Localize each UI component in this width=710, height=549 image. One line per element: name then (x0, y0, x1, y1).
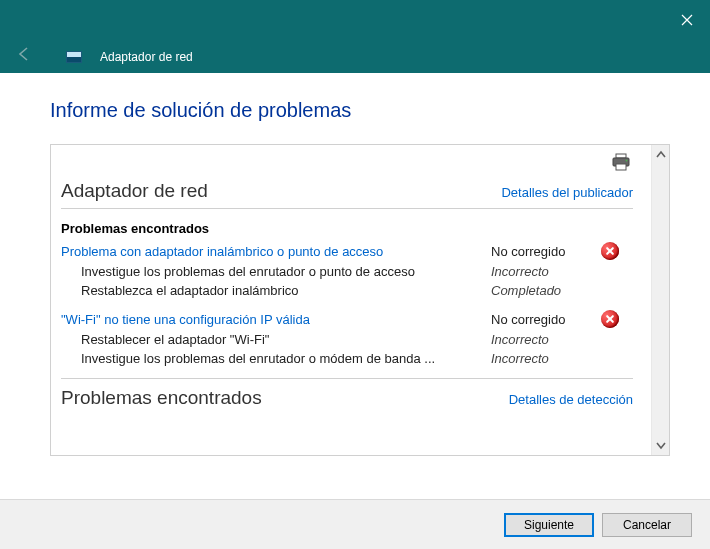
scroll-down-icon[interactable] (652, 435, 669, 455)
issue: Problema con adaptador inalámbrico o pun… (61, 242, 633, 298)
close-icon[interactable] (664, 0, 710, 40)
cancel-button[interactable]: Cancelar (602, 513, 692, 537)
problems-found-heading: Problemas encontrados (61, 221, 633, 236)
svg-rect-0 (616, 154, 626, 158)
svg-point-3 (626, 160, 628, 162)
step-status: Completado (491, 283, 601, 298)
svg-rect-2 (616, 164, 626, 170)
detection-details-link[interactable]: Detalles de detección (509, 392, 633, 407)
back-arrow-icon (12, 45, 36, 68)
scrollbar[interactable] (651, 145, 669, 455)
issue-title-link[interactable]: "Wi-Fi" no tiene una configuración IP vá… (61, 312, 491, 327)
step-status: Incorrecto (491, 351, 601, 366)
footer: Siguiente Cancelar (0, 499, 710, 549)
step-status: Incorrecto (491, 332, 601, 347)
step-text: Investigue los problemas del enrutador o… (81, 351, 491, 366)
step-text: Restablecer el adaptador "Wi-Fi" (81, 332, 491, 347)
page-headline: Informe de solución de problemas (50, 99, 670, 122)
window-title: Adaptador de red (100, 50, 193, 64)
step-text: Restablezca el adaptador inalámbrico (81, 283, 491, 298)
issue-step: Investigue los problemas del enrutador o… (61, 351, 633, 366)
issue: "Wi-Fi" no tiene una configuración IP vá… (61, 310, 633, 366)
publisher-details-link[interactable]: Detalles del publicador (501, 185, 633, 200)
scroll-up-icon[interactable] (652, 145, 669, 165)
report-box: Adaptador de red Detalles del publicador… (50, 144, 670, 456)
issue-step: Investigue los problemas del enrutador o… (61, 264, 633, 279)
section-adapter-title: Adaptador de red (61, 180, 208, 202)
issue-step: Restablezca el adaptador inalámbricoComp… (61, 283, 633, 298)
next-button[interactable]: Siguiente (504, 513, 594, 537)
issue-step: Restablecer el adaptador "Wi-Fi"Incorrec… (61, 332, 633, 347)
adapter-icon (66, 51, 82, 63)
nav-row: Adaptador de red (0, 40, 710, 73)
error-icon (601, 242, 619, 260)
issue-status: No corregido (491, 312, 601, 327)
section-problems-title: Problemas encontrados (61, 387, 262, 409)
print-icon[interactable] (611, 155, 631, 175)
issue-title-link[interactable]: Problema con adaptador inalámbrico o pun… (61, 244, 491, 259)
step-status: Incorrecto (491, 264, 601, 279)
step-text: Investigue los problemas del enrutador o… (81, 264, 491, 279)
title-bar (0, 0, 710, 40)
issue-status: No corregido (491, 244, 601, 259)
error-icon (601, 310, 619, 328)
